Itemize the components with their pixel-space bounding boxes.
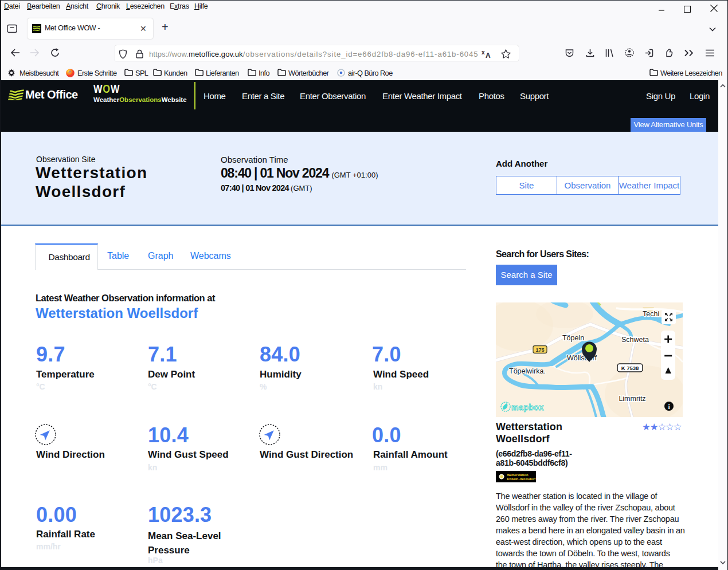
svg-text:Döbeln–Wöllsdorf: Döbeln–Wöllsdorf	[507, 477, 536, 481]
svg-text:x: x	[482, 49, 485, 56]
svg-text:A: A	[486, 52, 491, 59]
svg-text:175: 175	[535, 347, 544, 353]
svg-text:mapbox: mapbox	[511, 403, 544, 412]
svg-text:Schweta: Schweta	[621, 336, 649, 344]
svg-text:Wetterstation: Wetterstation	[507, 473, 529, 477]
svg-text:Limmritz: Limmritz	[619, 395, 645, 403]
svg-text:Töpelwirka.: Töpelwirka.	[509, 367, 546, 375]
svg-text:K 7538: K 7538	[621, 365, 639, 371]
svg-text:Techi: Techi	[643, 310, 659, 318]
svg-text:Töpeln: Töpeln	[562, 334, 584, 342]
